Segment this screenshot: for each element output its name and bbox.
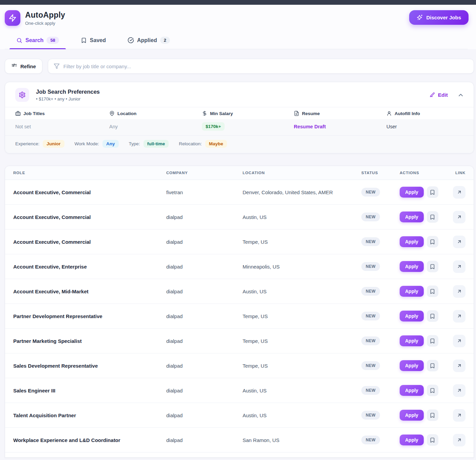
app-title: AutoApply bbox=[25, 11, 65, 20]
status-badge: NEW bbox=[361, 188, 380, 197]
table-row: Workplace Experience and L&D Coordinator… bbox=[5, 428, 474, 453]
search-icon bbox=[16, 37, 22, 43]
save-job-button[interactable] bbox=[427, 236, 438, 247]
apply-button[interactable]: Apply bbox=[400, 286, 424, 297]
save-job-button[interactable] bbox=[427, 360, 438, 371]
save-job-button[interactable] bbox=[427, 286, 438, 297]
job-location: Tempe, US bbox=[243, 313, 361, 319]
job-role: Sales Engineer III bbox=[13, 388, 166, 393]
header-actions: ACTIONS bbox=[400, 171, 444, 175]
trait-type: Type: full-time bbox=[129, 140, 169, 148]
save-job-button[interactable] bbox=[427, 385, 438, 396]
job-location: Austin, US bbox=[243, 412, 361, 418]
bookmark-icon bbox=[430, 412, 435, 418]
refine-button[interactable]: Refine bbox=[5, 59, 42, 74]
field-min-salary-label: Min Salary bbox=[202, 111, 294, 116]
edit-preferences-button[interactable]: Edit bbox=[430, 92, 448, 98]
apply-button[interactable]: Apply bbox=[400, 311, 424, 321]
resume-link[interactable]: Resume Draft bbox=[294, 124, 326, 129]
header-link: LINK bbox=[444, 171, 465, 175]
table-row: Partner Development Representative dialp… bbox=[5, 304, 474, 329]
file-text-icon bbox=[294, 111, 299, 116]
open-job-link-button[interactable] bbox=[453, 384, 465, 397]
job-search-preferences-card: Job Search Preferences • $170k+ • any • … bbox=[5, 82, 474, 153]
trait-experience: Experience: Junior bbox=[15, 140, 64, 148]
bookmark-icon bbox=[430, 264, 435, 270]
tab-saved[interactable]: Saved bbox=[74, 32, 113, 49]
save-job-button[interactable] bbox=[427, 310, 438, 322]
collapse-preferences-button[interactable] bbox=[457, 91, 465, 99]
apply-button[interactable]: Apply bbox=[400, 187, 424, 198]
save-job-button[interactable] bbox=[427, 434, 438, 446]
work-mode-badge: Any bbox=[102, 140, 119, 148]
status-badge: NEW bbox=[361, 287, 380, 296]
job-role: Partner Marketing Specialist bbox=[13, 338, 166, 344]
job-role: Talent Acquisition Partner bbox=[13, 412, 166, 418]
open-job-link-button[interactable] bbox=[453, 186, 465, 199]
jobs-table-card: ROLE COMPANY LOCATION STATUS ACTIONS LIN… bbox=[5, 166, 474, 458]
pen-icon bbox=[430, 92, 435, 98]
save-job-button[interactable] bbox=[427, 261, 438, 272]
apply-button[interactable]: Apply bbox=[400, 410, 424, 421]
preferences-title: Job Search Preferences bbox=[36, 89, 100, 95]
job-location: Austin, US bbox=[243, 214, 361, 220]
preferences-field-labels: Job Titles Location Min Salary Resume Au… bbox=[5, 107, 474, 119]
job-location: Austin, US bbox=[243, 388, 361, 393]
table-row: Sales Development Representative dialpad… bbox=[5, 353, 474, 378]
tab-search[interactable]: Search 58 bbox=[9, 32, 66, 49]
arrow-up-right-icon bbox=[457, 264, 462, 269]
field-location-label: Location bbox=[109, 111, 202, 116]
apply-button[interactable]: Apply bbox=[400, 261, 424, 272]
job-role: Account Executive, Commercial bbox=[13, 214, 166, 220]
status-badge: NEW bbox=[361, 336, 380, 345]
arrow-up-right-icon bbox=[457, 437, 462, 443]
status-badge: NEW bbox=[361, 386, 380, 395]
experience-badge: Junior bbox=[43, 140, 64, 148]
discover-jobs-label: Discover Jobs bbox=[426, 15, 461, 20]
apply-button[interactable]: Apply bbox=[400, 360, 424, 371]
arrow-up-right-icon bbox=[457, 289, 462, 294]
app-header: AutoApply One-click apply Discover Jobs … bbox=[0, 5, 476, 49]
type-badge: full-time bbox=[144, 140, 169, 148]
apply-button[interactable]: Apply bbox=[400, 211, 424, 222]
preferences-traits: Experience: Junior Work Mode: Any Type: … bbox=[5, 135, 474, 153]
apply-button[interactable]: Apply bbox=[400, 236, 424, 247]
status-badge: NEW bbox=[361, 411, 380, 420]
open-job-link-button[interactable] bbox=[453, 335, 465, 347]
status-badge: NEW bbox=[361, 436, 380, 444]
open-job-link-button[interactable] bbox=[453, 285, 465, 298]
job-role: Account Executive, Enterprise bbox=[13, 264, 166, 270]
filter-input-wrapper bbox=[48, 59, 474, 74]
job-location: Austin, US bbox=[243, 289, 361, 294]
save-job-button[interactable] bbox=[427, 409, 438, 421]
field-resume-label: Resume bbox=[294, 111, 386, 116]
job-company: dialpad bbox=[166, 239, 243, 245]
preferences-field-values: Not set Any $170k+ Resume Draft User bbox=[5, 119, 474, 135]
filter-input[interactable] bbox=[63, 63, 468, 69]
open-job-link-button[interactable] bbox=[453, 434, 465, 446]
tab-bar: Search 58 Saved Applied 2 bbox=[5, 32, 468, 49]
table-row: Account Executive, Commercial dialpad Te… bbox=[5, 229, 474, 254]
open-job-link-button[interactable] bbox=[453, 211, 465, 223]
open-job-link-button[interactable] bbox=[453, 236, 465, 248]
save-job-button[interactable] bbox=[427, 186, 438, 198]
apply-button[interactable]: Apply bbox=[400, 435, 424, 445]
apply-button[interactable]: Apply bbox=[400, 385, 424, 396]
save-job-button[interactable] bbox=[427, 211, 438, 223]
open-job-link-button[interactable] bbox=[453, 409, 465, 422]
open-job-link-button[interactable] bbox=[453, 360, 465, 372]
apply-button[interactable]: Apply bbox=[400, 335, 424, 346]
preferences-subtitle: • $170k+ • any • Junior bbox=[36, 96, 100, 102]
discover-jobs-button[interactable]: Discover Jobs bbox=[409, 10, 469, 25]
job-company: dialpad bbox=[166, 313, 243, 319]
job-role: Workplace Experience and L&D Coordinator bbox=[13, 437, 166, 443]
bookmark-icon bbox=[430, 313, 435, 319]
open-job-link-button[interactable] bbox=[453, 260, 465, 273]
job-company: dialpad bbox=[166, 388, 243, 393]
status-badge: NEW bbox=[361, 262, 380, 271]
open-job-link-button[interactable] bbox=[453, 310, 465, 323]
header-company: COMPANY bbox=[166, 171, 243, 175]
save-job-button[interactable] bbox=[427, 335, 438, 347]
table-row: Account Executive, Commercial fivetran D… bbox=[5, 180, 474, 205]
tab-applied[interactable]: Applied 2 bbox=[121, 32, 177, 49]
